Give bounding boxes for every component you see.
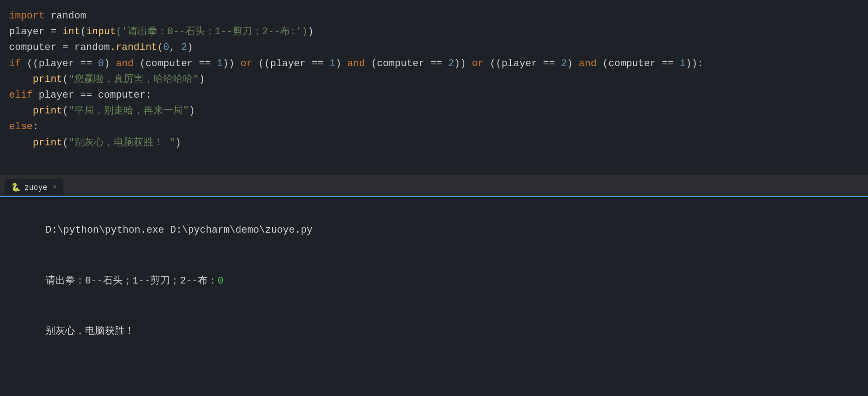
code-line-1: import random [9, 8, 859, 24]
terminal-area[interactable]: 🐍 zuoye × D:\python\python.exe D:\pychar… [0, 178, 868, 396]
editor-area: import random player = int(input('请出拳：0-… [0, 0, 868, 176]
terminal-output-2 [45, 376, 51, 387]
terminal-content: D:\python\python.exe D:\pycharm\demo\zuo… [0, 197, 868, 396]
terminal-tab[interactable]: 🐍 zuoye × [4, 179, 63, 195]
terminal-line-1: D:\python\python.exe D:\pycharm\demo\zuo… [10, 205, 858, 256]
code-line-4: if ((player == 0) and (computer == 1)) o… [9, 56, 859, 72]
code-line-2: player = int(input('请出拳：0--石头；1--剪刀；2--布… [9, 24, 859, 40]
code-line-8: else: [9, 119, 859, 135]
python-tab-icon: 🐍 [11, 182, 21, 192]
code-line-5: print("您赢啦，真厉害，哈哈哈哈") [9, 72, 859, 87]
code-display: import random player = int(input('请出拳：0-… [9, 8, 859, 151]
code-line-9: print("别灰心，电脑获胜！ ") [9, 135, 859, 151]
terminal-prompt: 请出拳：0--石头；1--剪刀；2--布： [45, 275, 218, 287]
terminal-tab-close[interactable]: × [53, 184, 57, 191]
terminal-line-4 [10, 357, 858, 396]
code-line-3: computer = random.randint(0, 2) [9, 40, 859, 55]
terminal-line-2: 请出拳：0--石头；1--剪刀；2--布：0 [10, 256, 858, 306]
terminal-line-3: 别灰心，电脑获胜！ [10, 306, 858, 356]
code-line-7: print("平局，别走哈，再来一局") [9, 103, 859, 119]
terminal-tab-label: zuoye [24, 183, 47, 192]
terminal-input-value: 0 [218, 275, 223, 287]
terminal-path: D:\python\python.exe D:\pycharm\demo\zuo… [45, 225, 312, 236]
terminal-tab-bar: 🐍 zuoye × [0, 178, 868, 197]
code-line-6: elif player == computer: [9, 87, 859, 103]
terminal-output-1: 别灰心，电脑获胜！ [45, 326, 134, 337]
